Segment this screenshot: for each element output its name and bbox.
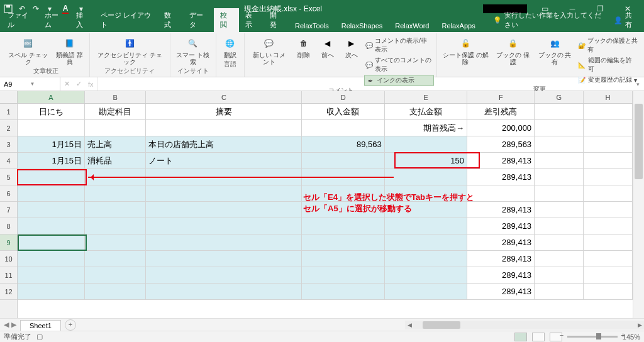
row-header-5[interactable]: 5 [0,169,17,185]
cell-H1[interactable] [584,104,633,120]
cell-F6[interactable] [467,185,535,202]
cell-E12[interactable] [385,284,467,300]
vertical-scrollbar[interactable] [633,91,644,318]
thesaurus-button[interactable]: 📘類義語 辞典 [52,35,87,67]
show-comment-button[interactable]: 💬コメントの表示/非表示 [364,36,434,55]
cell-D9[interactable] [302,234,384,251]
row-header-3[interactable]: 3 [0,136,17,153]
cell-B2[interactable] [85,120,146,136]
cell-H8[interactable] [584,218,633,234]
tab-data[interactable]: データ [183,8,214,32]
cell-H9[interactable] [584,234,633,251]
cell-H10[interactable] [584,251,633,267]
cell-H4[interactable] [584,153,633,169]
cell-H2[interactable] [584,120,633,136]
expand-formula-bar-icon[interactable]: ▾ [631,81,644,87]
row-header-4[interactable]: 4 [0,153,17,169]
redo-icon[interactable]: ↷ [30,3,42,14]
cell-B1[interactable]: 勘定科目 [85,104,146,120]
cell-C6[interactable] [146,185,302,202]
tab-relaxshapes[interactable]: RelaxShapes [335,19,389,32]
name-box[interactable]: A9 ▼ [0,77,60,91]
cell-D4[interactable] [302,153,384,169]
cell-D1[interactable]: 収入金額 [302,104,384,120]
cell-F8[interactable]: 289,413 [467,218,535,234]
cell-D11[interactable] [302,267,384,284]
cell-G12[interactable] [535,284,584,300]
zoom-slider[interactable]: − + [567,336,618,338]
cell-G6[interactable] [535,185,584,202]
undo-icon[interactable]: ↶ [16,3,28,14]
hscroll-left-icon[interactable]: ◀ [405,322,414,328]
cell-A2[interactable] [18,120,85,136]
select-all-corner[interactable] [0,91,18,104]
cell-F9[interactable]: 289,413 [467,234,535,251]
accessibility-button[interactable]: 🚹アクセシビリティ チェック [92,35,167,67]
cell-G7[interactable] [535,202,584,218]
vscroll-thumb[interactable] [635,104,643,179]
cell-C9[interactable] [146,234,302,251]
view-page-layout-button[interactable] [532,333,545,341]
cell-G4[interactable] [535,153,584,169]
cell-H7[interactable] [584,202,633,218]
tab-view[interactable]: 表示 [239,8,264,32]
cell-B11[interactable] [85,267,146,284]
smart-lookup-button[interactable]: 🔍スマー ト検索 [173,35,213,67]
cell-C3[interactable]: 本日の店舗売上高 [146,136,302,153]
row-header-8[interactable]: 8 [0,218,17,234]
cell-A10[interactable] [18,251,85,267]
row-header-6[interactable]: 6 [0,185,17,202]
cell-A11[interactable] [18,267,85,284]
cell-F3[interactable]: 289,563 [467,136,535,153]
confirm-icon[interactable]: ✓ [76,80,82,88]
tab-developer[interactable]: 開発 [264,8,289,32]
cell-E10[interactable] [385,251,467,267]
tab-relaxapps[interactable]: RelaxApps [435,19,481,32]
cell-E11[interactable] [385,267,467,284]
tab-relaxword[interactable]: RelaxWord [389,19,435,32]
cell-B3[interactable]: 売上高 [85,136,146,153]
cell-H6[interactable] [584,185,633,202]
cell-B4[interactable]: 消耗品 [85,153,146,169]
cell-H12[interactable] [584,284,633,300]
qat-dropdown-icon[interactable]: ▾ [44,3,55,14]
cell-B8[interactable] [85,218,146,234]
cell-G3[interactable] [535,136,584,153]
cell-F7[interactable]: 289,413 [467,202,535,218]
cell-A6[interactable] [18,185,85,202]
macro-record-icon[interactable]: ▢ [36,333,43,341]
cell-D10[interactable] [302,251,384,267]
cell-D8[interactable] [302,218,384,234]
chevron-down-icon[interactable]: ▼ [30,81,57,87]
col-header-h[interactable]: H [584,91,633,103]
cell-B9[interactable] [85,234,146,251]
cell-H11[interactable] [584,267,633,284]
cell-H3[interactable] [584,136,633,153]
cell-G1[interactable] [535,104,584,120]
cell-D2[interactable] [302,120,384,136]
cell-B10[interactable] [85,251,146,267]
cell-A3[interactable]: 1月15日 [18,136,85,153]
tab-relaxtools[interactable]: RelaxTools [289,19,335,32]
cell-E8[interactable] [385,218,467,234]
cell-G2[interactable] [535,120,584,136]
col-header-g[interactable]: G [535,91,584,103]
cell-G8[interactable] [535,218,584,234]
tab-review[interactable]: 校閲 [214,8,239,32]
cell-G5[interactable] [535,169,584,185]
cell-E5[interactable] [385,169,467,185]
cell-G10[interactable] [535,251,584,267]
row-header-9[interactable]: 9 [0,234,17,251]
row-header-1[interactable]: 1 [0,104,17,120]
close-icon[interactable]: ✕ [614,0,641,18]
cell-F5[interactable]: 289,413 [467,169,535,185]
cell-C8[interactable] [146,218,302,234]
cell-A7[interactable] [18,202,85,218]
zoom-in-icon[interactable]: + [621,331,625,339]
qat-more-icon[interactable]: ▾ [75,3,87,14]
col-header-f[interactable]: F [467,91,535,103]
cell-A12[interactable] [18,284,85,300]
cell-F11[interactable]: 289,413 [467,267,535,284]
add-sheet-button[interactable]: + [65,319,76,331]
cell-B7[interactable] [85,202,146,218]
